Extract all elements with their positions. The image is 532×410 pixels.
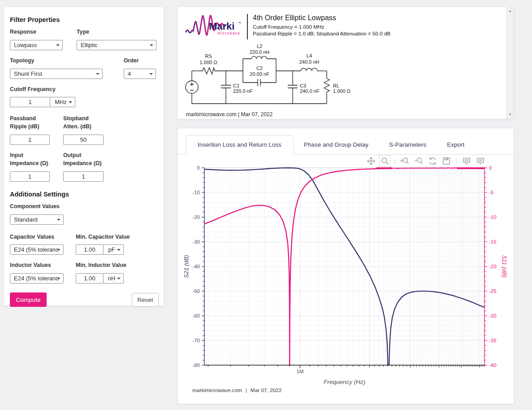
type-select[interactable]: Elliptic [77, 40, 156, 50]
compute-button[interactable]: Compute [10, 292, 47, 307]
schematic-subtitle-cutoff: Cutoff Frequency = 1.000 MHz [253, 23, 390, 30]
c1-value: 220.0 nF [233, 88, 253, 94]
topology-select[interactable]: Shunt First [10, 69, 103, 79]
cutoff-frequency-label: Cutoff Frequency [10, 86, 75, 94]
footer-site: markimicrowave.com [192, 387, 242, 393]
type-label: Type [77, 28, 156, 36]
svg-text:-5: -5 [489, 190, 493, 195]
response-label: Response [10, 28, 63, 36]
schematic-header: Marki ™ microwave 4th Order Elliptic Low… [185, 13, 390, 40]
passband-ripple-label: Passband Ripple (dB) [10, 115, 50, 131]
schematic-subtitle-ripple: Passband Ripple = 1.0 dB; Stopband Atten… [253, 30, 390, 37]
svg-text:-80: -80 [192, 362, 200, 368]
svg-text:1M: 1M [296, 369, 303, 374]
output-impedance-input[interactable] [63, 171, 104, 182]
results-tabbar: Insertion Loss and Return Loss Phase and… [177, 135, 514, 155]
c2-value: 20.00 nF [250, 71, 269, 77]
tab-insertion-return-loss[interactable]: Insertion Loss and Return Loss [186, 135, 294, 155]
x-axis-title: Frequency (Hz) [324, 379, 365, 385]
c2-name: C2 [256, 65, 263, 71]
cutoff-frequency-input[interactable] [10, 97, 50, 107]
inductor-l2-icon [251, 56, 267, 59]
chevron-down-icon [117, 249, 121, 251]
filter-properties-panel: Filter Properties Response Lowpass Type … [4, 6, 164, 306]
svg-text:-20: -20 [192, 214, 200, 220]
chevron-down-icon [149, 73, 153, 75]
circuit-schematic: RS 1.000 Ω L2 220.0 nH C2 20.00 nF C1 22… [183, 44, 371, 112]
component-values-label: Component Values [10, 203, 64, 211]
min-inductor-label: Min. Inductor Value [76, 262, 126, 270]
chevron-down-icon [117, 278, 121, 279]
chevron-down-icon [150, 44, 153, 46]
results-footer: markimicrowave.com|Mar 07, 2022 [192, 387, 281, 393]
footer-date: Mar 07, 2022 [251, 387, 282, 393]
min-capacitor-input[interactable] [76, 244, 104, 255]
scroll-up-icon[interactable]: ▲ [506, 9, 514, 13]
resistor-rl-icon [324, 79, 329, 95]
chevron-down-icon [57, 278, 61, 279]
inductor-l4-icon [301, 68, 317, 71]
output-impedance-label: Output Impedance (Ω) [63, 152, 104, 168]
svg-text:-15: -15 [489, 239, 497, 244]
topology-label: Topology [10, 57, 103, 65]
min-inductor-unit-select[interactable]: nH [103, 273, 124, 284]
svg-text:-10: -10 [192, 190, 200, 195]
schematic-panel: Marki ™ microwave 4th Order Elliptic Low… [177, 6, 514, 119]
svg-text:-50: -50 [192, 288, 200, 294]
rl-name: RL [333, 83, 339, 88]
sparameter-chart[interactable]: 0-10-20-30-40-50-60-70-800-5-10-15-20-25… [177, 163, 514, 390]
svg-text:-40: -40 [489, 362, 497, 368]
svg-text:-40: -40 [192, 264, 200, 269]
curve-s11 [204, 168, 484, 390]
scrollbar[interactable]: ▲ ▼ [506, 7, 514, 119]
svg-text:-35: -35 [489, 338, 497, 343]
y-left-axis-title: S21 (dB) [183, 255, 190, 278]
svg-text:-20: -20 [489, 264, 497, 269]
reset-button[interactable]: Reset [132, 293, 159, 307]
stopband-atten-input[interactable] [63, 135, 104, 145]
svg-text:-30: -30 [489, 313, 497, 318]
passband-ripple-input[interactable] [10, 135, 50, 145]
chevron-down-icon [96, 73, 99, 75]
l4-value: 240.0 nH [299, 59, 320, 65]
min-capacitor-unit-select[interactable]: pF [103, 244, 124, 255]
capacitor-c1-icon [221, 71, 231, 104]
l2-value: 220.0 nH [250, 49, 270, 55]
footer-separator: | [246, 387, 247, 393]
chevron-down-icon [57, 219, 61, 221]
l2-name: L2 [257, 44, 262, 49]
order-label: Order [124, 57, 156, 65]
svg-text:-10: -10 [489, 214, 497, 220]
svg-text:-30: -30 [192, 239, 200, 244]
tab-export[interactable]: Export [437, 135, 475, 154]
capacitor-c3-icon [288, 71, 298, 104]
logo-sub-text: microwave [217, 31, 240, 35]
panel-title: Filter Properties [10, 16, 159, 23]
schematic-footer: markimicrowave.com | Mar 07, 2022 [186, 111, 272, 118]
header-divider [247, 14, 248, 39]
rs-name: RS [205, 53, 212, 59]
scroll-down-icon[interactable]: ▼ [506, 113, 514, 117]
response-select[interactable]: Lowpass [10, 40, 63, 50]
c1-name: C1 [233, 83, 239, 88]
chevron-down-icon [69, 101, 72, 103]
tab-s-parameters[interactable]: S-Parameters [379, 135, 437, 154]
chevron-down-icon [56, 44, 60, 46]
component-values-select[interactable]: Standard [10, 214, 64, 225]
marki-logo: Marki ™ microwave [185, 13, 243, 40]
c3-value: 240.0 nF [300, 88, 320, 94]
cutoff-unit-select[interactable]: MHz [50, 97, 75, 107]
inductor-values-select[interactable]: E24 (5% toleranc [10, 273, 64, 284]
capacitor-values-label: Capacitor Values [10, 233, 64, 241]
stopband-atten-label: Stopband Atten. (dB) [63, 115, 104, 131]
min-inductor-input[interactable] [76, 273, 104, 284]
input-impedance-input[interactable] [10, 171, 50, 182]
svg-text:-60: -60 [192, 313, 200, 318]
capacitor-values-select[interactable]: E24 (5% toleranc [10, 244, 64, 255]
tab-phase-group-delay[interactable]: Phase and Group Delay [294, 135, 379, 154]
rs-value: 1.000 Ω [200, 60, 217, 65]
order-select[interactable]: 4 [124, 69, 156, 79]
logo-tm: ™ [238, 22, 241, 25]
schematic-title: 4th Order Elliptic Lowpass [253, 14, 390, 22]
results-panel: Insertion Loss and Return Loss Phase and… [177, 128, 514, 404]
